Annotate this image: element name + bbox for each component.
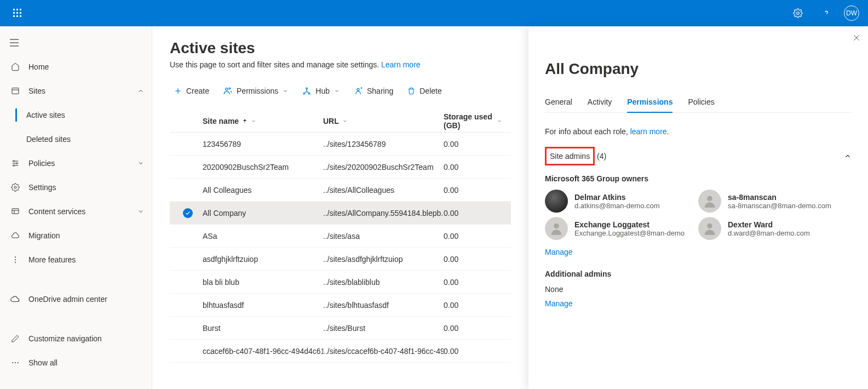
waffle-icon[interactable] [4, 0, 31, 26]
manage-link[interactable]: Manage [545, 248, 852, 256]
table-row[interactable]: 123456789../sites/1234567890.00 [170, 133, 511, 156]
gear-icon[interactable] [785, 0, 811, 26]
site-admins-label: Site admins [545, 147, 595, 165]
col-label: URL [323, 117, 339, 125]
admin-item: Exchange LoggatestExchange.Loggatest@8ma… [545, 217, 698, 240]
group-owners-title: Microsoft 365 Group owners [545, 174, 852, 183]
table-row[interactable]: blhtuasfasdf../sites/blhtuasfasdf0.00 [170, 294, 511, 317]
cell-url: ../sites/20200902BuschSr2Team [323, 163, 444, 171]
table-row[interactable]: All Company../sites/AllCompany.5594184.b… [170, 202, 511, 225]
tab-policies[interactable]: Policies [688, 94, 714, 112]
hamburger-icon[interactable] [0, 31, 152, 55]
delete-button[interactable]: Delete [403, 81, 446, 101]
nav-home[interactable]: Home [0, 55, 152, 79]
nav-onedrive[interactable]: OneDrive admin center [0, 287, 152, 311]
cell-url: ../sites/blhtuasfasdf [323, 301, 444, 310]
nav-policies[interactable]: Policies [0, 151, 152, 175]
tab-general[interactable]: General [545, 94, 572, 112]
gear-icon [10, 183, 21, 192]
cell-url: ../sites/asa [323, 232, 444, 241]
table-row[interactable]: Burst../sites/Burst0.00 [170, 317, 511, 340]
col-header-storage[interactable]: Storage used (GB) [444, 112, 502, 130]
nav-label: Policies [28, 159, 55, 168]
policies-icon [10, 159, 21, 168]
nav-sites[interactable]: Sites [0, 79, 152, 103]
manage-link[interactable]: Manage [545, 299, 852, 308]
admin-email: Exchange.Loggatest@8man-demo [574, 229, 685, 237]
nav-label: Customize navigation [28, 334, 102, 343]
close-button[interactable] [853, 34, 860, 42]
main-content: Active sites Use this page to sort and f… [152, 26, 528, 389]
table-row[interactable]: ASa../sites/asa0.00 [170, 225, 511, 248]
admins-list: Delmar Atkinsd.atkins@8man-demo.comsa-8m… [545, 190, 852, 240]
nav-customize[interactable]: Customize navigation [0, 327, 152, 351]
cell-storage: 0.00 [444, 140, 502, 148]
table-row[interactable]: 20200902BuschSr2Team../sites/20200902Bus… [170, 156, 511, 179]
tab-activity[interactable]: Activity [588, 94, 612, 112]
cell-storage: 0.00 [444, 209, 502, 218]
cell-url: ../sites/asdfghjklrftzuiop [323, 255, 444, 264]
admin-item: Dexter Wardd.ward@8man-demo.com [698, 217, 852, 240]
nav-label: Content services [28, 207, 85, 216]
cell-storage: 0.00 [444, 255, 502, 264]
nav-label: Home [28, 62, 49, 71]
help-icon[interactable] [813, 0, 840, 26]
svg-rect-1 [16, 9, 18, 10]
svg-rect-6 [13, 15, 15, 17]
svg-point-27 [15, 256, 16, 258]
nav-label: Migration [28, 231, 60, 240]
page-title: Active sites [170, 39, 511, 57]
cell-name: ccacef6b-c407-48f1-96cc-494d4c61... [203, 347, 323, 356]
home-icon [10, 62, 21, 71]
table-row[interactable]: asdfghjklrftzuiop../sites/asdfghjklrftzu… [170, 248, 511, 271]
learn-more-link[interactable]: learn more [630, 127, 667, 136]
hub-button[interactable]: Hub [298, 81, 344, 101]
avatar [545, 190, 568, 213]
col-header-url[interactable]: URL [323, 117, 444, 125]
svg-point-9 [797, 12, 800, 15]
user-avatar[interactable]: DW [844, 5, 859, 21]
cmd-label: Sharing [367, 87, 393, 95]
cell-storage: 0.00 [444, 186, 502, 195]
permissions-icon [223, 87, 232, 95]
svg-point-21 [16, 163, 18, 164]
site-admins-header[interactable]: Site admins (4) [545, 147, 852, 165]
create-button[interactable]: Create [170, 81, 214, 101]
migration-icon [10, 231, 21, 240]
nav-label: Sites [28, 87, 45, 95]
panel-tabs: General Activity Permissions Policies [545, 94, 852, 113]
nav-content-services[interactable]: Content services [0, 199, 152, 224]
nav-active-sites[interactable]: Active sites [0, 103, 152, 127]
sharing-button[interactable]: Sharing [349, 81, 398, 101]
details-panel: All Company General Activity Permissions… [528, 26, 868, 389]
learn-more-link[interactable]: Learn more [381, 60, 421, 69]
nav-migration[interactable]: Migration [0, 224, 152, 248]
col-header-name[interactable]: Site name [203, 117, 323, 125]
cell-storage: 0.00 [444, 347, 502, 356]
svg-point-30 [12, 362, 13, 363]
cmd-label: Delete [419, 87, 441, 95]
nav-settings[interactable]: Settings [0, 175, 152, 199]
cell-url: ../sites/AllCompany.5594184.blepb... [323, 209, 444, 218]
row-selected-icon[interactable] [183, 208, 193, 218]
cell-url: ../sites/ccacef6b-c407-48f1-96cc-49... [323, 347, 444, 356]
table-row[interactable]: ccacef6b-c407-48f1-96cc-494d4c61...../si… [170, 340, 511, 363]
svg-point-36 [229, 88, 231, 89]
table-row[interactable]: bla bli blub../sites/blabliblub0.00 [170, 271, 511, 294]
nav-show-all[interactable]: Show all [0, 351, 152, 375]
more-icon [10, 255, 21, 264]
svg-rect-8 [20, 15, 21, 17]
svg-point-29 [15, 262, 16, 263]
admin-email: d.atkins@8man-demo.com [574, 202, 660, 210]
page-description: Use this page to sort and filter sites a… [170, 60, 511, 69]
table-row[interactable]: All Colleagues../sites/AllColleagues0.00 [170, 179, 511, 202]
ellipsis-icon [10, 358, 21, 367]
permissions-button[interactable]: Permissions [219, 81, 292, 101]
col-label: Storage used (GB) [444, 112, 493, 130]
nav-deleted-sites[interactable]: Deleted sites [0, 127, 152, 151]
admin-name: Exchange Loggatest [574, 220, 685, 229]
tab-permissions[interactable]: Permissions [627, 94, 672, 113]
nav-more-features[interactable]: More features [0, 248, 152, 272]
cmd-label: Create [186, 87, 209, 95]
svg-point-39 [309, 93, 311, 94]
